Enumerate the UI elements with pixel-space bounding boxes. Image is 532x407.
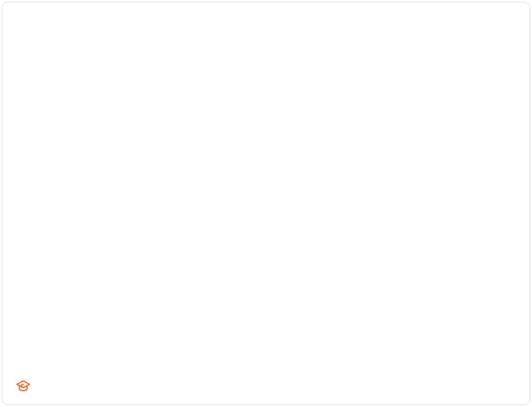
legend-item-a — [195, 20, 223, 27]
plot-area — [49, 56, 484, 283]
swatch-b — [252, 20, 273, 27]
legend-item-c — [309, 20, 337, 27]
brand-logo — [15, 378, 34, 394]
plot-svg — [49, 56, 484, 283]
swatch-a — [195, 20, 216, 27]
chart-card — [2, 2, 530, 405]
swatch-c — [309, 20, 331, 27]
grad-cap-icon — [15, 378, 31, 394]
legend — [2, 20, 530, 27]
legend-item-b — [252, 20, 280, 27]
